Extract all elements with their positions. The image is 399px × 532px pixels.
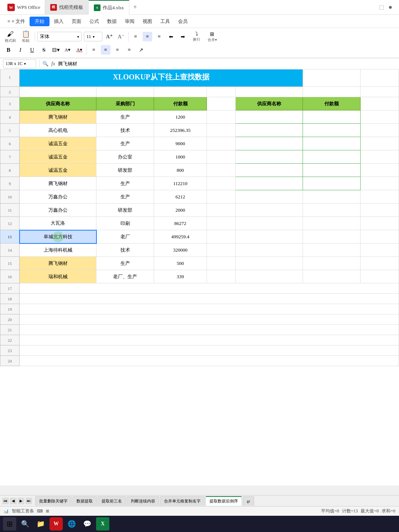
cell-G6[interactable]: [361, 137, 399, 150]
indent-right-button[interactable]: ➡: [178, 32, 188, 41]
cell-A10[interactable]: 万鑫办公: [20, 190, 96, 204]
cell-C12[interactable]: 86272: [154, 217, 207, 230]
sheet-next-button[interactable]: ▶: [18, 498, 24, 504]
sheet-tab-6[interactable]: 提取数据后倒序: [205, 496, 242, 506]
cell-D9[interactable]: [207, 177, 236, 190]
cell-A15[interactable]: 腾飞钢材: [20, 257, 96, 270]
cell-B8[interactable]: 研发部: [96, 164, 154, 177]
cell-A5[interactable]: 高心机电: [20, 124, 96, 137]
taskbar-browser-button[interactable]: 🌐: [65, 517, 78, 531]
header-C3[interactable]: 付款额: [154, 97, 207, 110]
italic-button[interactable]: I: [16, 45, 25, 55]
cell-E7[interactable]: [236, 150, 303, 164]
cell-D16[interactable]: [207, 270, 236, 283]
cell-F5[interactable]: [303, 124, 361, 137]
cell-D15[interactable]: [207, 257, 236, 270]
merge-button[interactable]: ⊞ 合并▾: [205, 31, 219, 42]
cell-B5[interactable]: 技术: [96, 124, 154, 137]
sheet-tab-1[interactable]: 批量删除关键字: [35, 496, 72, 506]
excel-tab[interactable]: S 作品4.xlsx: [89, 0, 129, 15]
cell-C9[interactable]: 112210: [154, 177, 207, 190]
wrap-text-button[interactable]: ⤵ 换行: [190, 31, 203, 42]
fill-color-button[interactable]: A▾: [63, 45, 72, 55]
cell-F10[interactable]: [303, 190, 361, 204]
cell-C13[interactable]: 499259.4: [154, 230, 207, 243]
cell-B13[interactable]: 老厂: [96, 230, 154, 243]
cell-D7[interactable]: [207, 150, 236, 164]
menu-data[interactable]: 数据: [103, 17, 120, 26]
align-top-button[interactable]: ≡: [131, 32, 140, 41]
menu-page[interactable]: 页面: [68, 17, 85, 26]
paste-button[interactable]: 📋 粘贴: [19, 30, 33, 43]
cell-D4[interactable]: [207, 110, 236, 124]
sheet-tab-2[interactable]: 数据提取: [72, 496, 97, 506]
bold-button[interactable]: B: [4, 45, 13, 55]
cell-B16[interactable]: 老厂、生产: [96, 270, 154, 283]
cell-E8[interactable]: [236, 164, 303, 177]
cell-A11[interactable]: 万鑫办公: [20, 204, 96, 217]
align-right-button[interactable]: ≡: [113, 45, 122, 55]
cell-G1[interactable]: [361, 68, 399, 87]
cell-G8[interactable]: [361, 164, 399, 177]
cell-F12[interactable]: [303, 217, 361, 230]
sheet-tab-5[interactable]: 合并单元格复制名字: [160, 496, 205, 506]
cell-F16[interactable]: [303, 270, 361, 283]
cell-E10[interactable]: [236, 190, 303, 204]
cell-E11[interactable]: [236, 204, 303, 217]
cell-B11[interactable]: 研发部: [96, 204, 154, 217]
taskbar-excel-button[interactable]: X: [96, 517, 109, 531]
cell-D12[interactable]: [207, 217, 236, 230]
align-center-button[interactable]: ≡: [101, 45, 110, 55]
cell-F9[interactable]: [303, 177, 361, 190]
cell-C14[interactable]: 320000: [154, 243, 207, 257]
menu-file[interactable]: ≡≡ 文件: [4, 17, 29, 26]
cell-G7[interactable]: [361, 150, 399, 164]
align-middle-button[interactable]: ≡: [143, 32, 152, 41]
font-color-button[interactable]: A▾: [75, 45, 84, 55]
cell-E12[interactable]: [236, 217, 303, 230]
sheet-last-button[interactable]: ⏭: [25, 498, 32, 504]
cell-F7[interactable]: [303, 150, 361, 164]
menu-tools[interactable]: 工具: [157, 17, 174, 26]
header-E3[interactable]: 供应商名称: [236, 97, 303, 110]
border-button[interactable]: ⊟▾: [51, 45, 61, 55]
underline-button[interactable]: U: [27, 45, 37, 55]
sheet-prev-button[interactable]: ◀: [10, 498, 17, 504]
strikethrough-button[interactable]: S: [39, 45, 49, 55]
cell-C8[interactable]: 800: [154, 164, 207, 177]
decrease-font-button[interactable]: A⁻: [116, 32, 126, 41]
wps-tab[interactable]: W WPS Office: [3, 0, 45, 15]
cell-C5[interactable]: 252396.35: [154, 124, 207, 137]
search-button[interactable]: 🔍: [18, 517, 32, 531]
cell-E14[interactable]: [236, 243, 303, 257]
font-size-select[interactable]: 11 ▾: [84, 32, 102, 41]
cell-D13[interactable]: [207, 230, 236, 243]
cell-E9[interactable]: [236, 177, 303, 190]
cell-A6[interactable]: 诚温五金: [20, 137, 96, 150]
cell-D5[interactable]: [207, 124, 236, 137]
cell-G11[interactable]: [361, 204, 399, 217]
cell-A16[interactable]: 瑞和机械: [20, 270, 96, 283]
cell-G12[interactable]: [361, 217, 399, 230]
menu-home[interactable]: 开始: [30, 17, 50, 26]
cell-D14[interactable]: [207, 243, 236, 257]
rotate-text-button[interactable]: ↗: [136, 45, 146, 55]
cell-E5[interactable]: [236, 124, 303, 137]
restore-button[interactable]: ⬚: [379, 4, 384, 10]
taskbar-wps-button[interactable]: W: [50, 517, 63, 531]
taskbar-wechat-button[interactable]: 💬: [81, 517, 94, 531]
increase-font-button[interactable]: A⁺: [105, 32, 114, 41]
align-left-button[interactable]: ≡: [89, 45, 99, 55]
taskbar-files-button[interactable]: 📁: [34, 517, 47, 531]
menu-insert[interactable]: 插入: [50, 17, 67, 26]
cell-F8[interactable]: [303, 164, 361, 177]
new-tab-button[interactable]: +: [129, 0, 140, 15]
cell-B15[interactable]: 生产: [96, 257, 154, 270]
cell-A9[interactable]: 腾飞钢材: [20, 177, 96, 190]
font-name-select[interactable]: 宋体 ▾: [37, 32, 82, 41]
cell-C15[interactable]: 500: [154, 257, 207, 270]
start-button[interactable]: ⊞: [3, 517, 16, 531]
cell-E15[interactable]: [236, 257, 303, 270]
cell-B9[interactable]: 生产: [96, 177, 154, 190]
cell-A2[interactable]: [20, 87, 96, 97]
